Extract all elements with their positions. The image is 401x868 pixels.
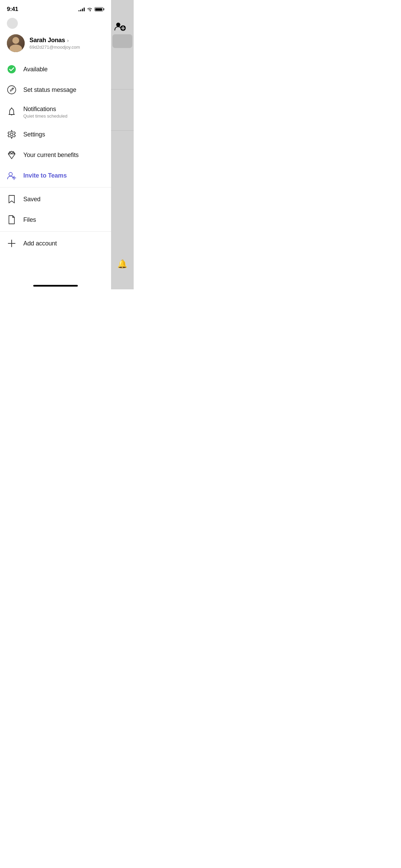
edit-circle-icon [7,85,16,95]
menu-item-benefits[interactable]: Your current benefits [0,145,111,165]
files-label: Files [23,216,104,224]
top-actions-bar [0,16,111,32]
right-panel-background: 🔔 [111,0,134,289]
file-icon [7,215,16,225]
settings-label: Settings [23,131,104,138]
menu-item-add-account[interactable]: Add account [0,233,111,254]
menu-item-set-status[interactable]: Set status message [0,80,111,100]
menu-item-invite[interactable]: Invite to Teams [0,165,111,186]
notifications-sublabel: Quiet times scheduled [23,113,104,119]
divider-2 [0,231,111,232]
wifi-icon [87,7,93,12]
profile-name: Sarah Jonas [29,37,65,44]
svg-point-16 [116,23,120,27]
profile-email: 69d2d271@moodjoy.com [29,45,104,50]
menu-item-available[interactable]: Available [0,59,111,80]
right-panel-gray-box [112,34,132,48]
status-bar: 9:41 [0,0,111,16]
right-panel-invite-icon [113,19,127,33]
plus-icon [7,239,16,248]
check-circle-icon [7,64,16,74]
right-panel-line-1 [111,89,134,89]
status-icons [78,7,104,12]
profile-section[interactable]: Sarah Jonas › 69d2d271@moodjoy.com [0,32,111,59]
avatar [7,34,25,52]
right-panel-bottom-icon: 🔔 [117,259,127,269]
profile-chevron-icon: › [67,38,69,43]
svg-line-2 [12,88,13,89]
available-label: Available [23,66,104,73]
svg-point-0 [8,65,16,73]
add-account-label: Add account [23,240,104,247]
person-add-icon [7,171,16,180]
menu-item-notifications[interactable]: Notifications Quiet times scheduled [0,100,111,124]
bookmark-icon [7,194,16,204]
benefits-label: Your current benefits [23,152,104,159]
battery-icon [95,7,104,11]
menu-list: Available Set status message [0,59,111,289]
svg-point-1 [8,86,16,94]
back-dot[interactable] [7,18,18,29]
home-indicator [33,285,78,287]
svg-point-11 [9,172,12,176]
divider-1 [0,187,111,188]
set-status-label: Set status message [23,86,104,94]
gear-icon [7,130,16,139]
menu-item-saved[interactable]: Saved [0,189,111,209]
diamond-icon [7,150,16,160]
menu-item-settings[interactable]: Settings [0,124,111,145]
signal-icon [78,7,85,11]
notifications-label: Notifications [23,106,104,113]
right-panel-line-2 [111,130,134,131]
profile-info: Sarah Jonas › 69d2d271@moodjoy.com [29,37,104,50]
bell-icon [7,107,16,117]
menu-item-files[interactable]: Files [0,209,111,230]
svg-point-4 [10,133,13,136]
saved-label: Saved [23,196,104,203]
status-time: 9:41 [7,6,18,13]
invite-label: Invite to Teams [23,172,104,179]
